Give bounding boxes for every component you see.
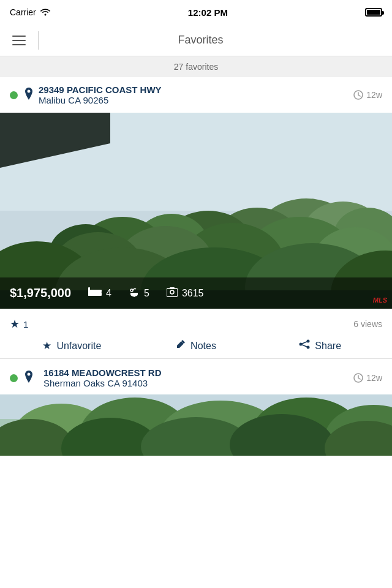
unfavorite-button[interactable]: ★ Unfavorite: [10, 339, 134, 352]
listing-1-image[interactable]: $1,975,000 4: [0, 113, 392, 309]
status-time: 12:02 PM: [188, 7, 228, 18]
favorite-count: 1: [23, 319, 28, 330]
bed-icon: [88, 287, 102, 300]
svg-line-36: [301, 341, 308, 344]
svg-point-29: [130, 289, 133, 292]
notes-button[interactable]: Notes: [134, 339, 258, 352]
svg-rect-32: [170, 287, 175, 289]
listing-2-time-label: 12w: [366, 373, 382, 383]
wifi-icon: [40, 7, 51, 18]
share-label: Share: [315, 341, 341, 352]
svg-rect-30: [167, 288, 178, 296]
pencil-icon: [176, 339, 186, 352]
listing-1-city: Malibu CA 90265: [39, 95, 353, 105]
svg-point-31: [170, 290, 174, 294]
listing-1-actions: ★ 1 6 views ★ Unfavorite Notes: [0, 309, 392, 359]
star-unfavorite-icon: ★: [42, 339, 51, 352]
favorites-count-bar: 27 favorites: [0, 56, 392, 77]
active-status-dot: [10, 91, 18, 99]
listing-2-time: 12w: [353, 373, 382, 383]
page-title: Favorites: [48, 34, 353, 47]
listing-2-address: 16184 MEADOWCREST RD Sherman Oaks CA 914…: [43, 368, 353, 388]
clock-icon-2: [353, 373, 363, 383]
carrier-label: Carrier: [10, 7, 36, 17]
nav-bar: Favorites: [0, 24, 392, 56]
listing-2-street: 16184 MEADOWCREST RD: [43, 368, 353, 378]
bath-icon: [129, 287, 140, 300]
listing-2-header[interactable]: 16184 MEADOWCREST RD Sherman Oaks CA 914…: [0, 359, 392, 394]
property-overlay: $1,975,000 4: [0, 277, 392, 309]
menu-button[interactable]: [10, 33, 28, 48]
mls-badge: MLS: [373, 296, 387, 304]
nav-divider: [38, 31, 39, 50]
svg-rect-23: [88, 292, 102, 296]
favorites-count-label: 27 favorites: [174, 62, 218, 72]
listing-2-city: Sherman Oaks CA 91403: [43, 378, 353, 388]
photo-icon: [167, 287, 178, 300]
listing-1-baths: 5: [129, 287, 149, 300]
notes-label: Notes: [190, 341, 216, 352]
svg-rect-26: [91, 290, 94, 293]
svg-line-37: [301, 344, 308, 347]
star-icon: ★: [10, 317, 20, 331]
listing-1-address: 29349 PACIFIC COAST HWY Malibu CA 90265: [39, 85, 353, 105]
views-count: 6 views: [353, 319, 382, 329]
svg-rect-24: [88, 290, 102, 292]
pin-icon-2: [24, 371, 34, 385]
views-row: ★ 1 6 views: [10, 317, 382, 331]
share-icon: [299, 339, 310, 352]
battery-indicator: [365, 8, 382, 17]
svg-rect-27: [96, 290, 99, 293]
listing-1-street: 29349 PACIFIC COAST HWY: [39, 85, 353, 95]
listing-1-sqft: 3615: [167, 287, 204, 300]
star-count: ★ 1: [10, 317, 28, 331]
svg-rect-25: [88, 287, 90, 296]
carrier-info: Carrier: [10, 7, 51, 18]
listing-1-price: $1,975,000: [10, 286, 71, 300]
listing-2-image[interactable]: [0, 394, 392, 456]
clock-icon: [353, 90, 363, 100]
listing-1-time-label: 12w: [366, 90, 382, 100]
listing-1-header[interactable]: 29349 PACIFIC COAST HWY Malibu CA 90265 …: [0, 77, 392, 113]
listing-1-time: 12w: [353, 90, 382, 100]
status-bar: Carrier 12:02 PM: [0, 0, 392, 24]
share-button[interactable]: Share: [258, 339, 382, 352]
pin-icon: [24, 88, 34, 102]
active-status-dot-2: [10, 374, 18, 382]
unfavorite-label: Unfavorite: [56, 341, 101, 352]
listing-1-beds: 4: [88, 287, 111, 300]
action-buttons: ★ Unfavorite Notes Sh: [10, 339, 382, 352]
